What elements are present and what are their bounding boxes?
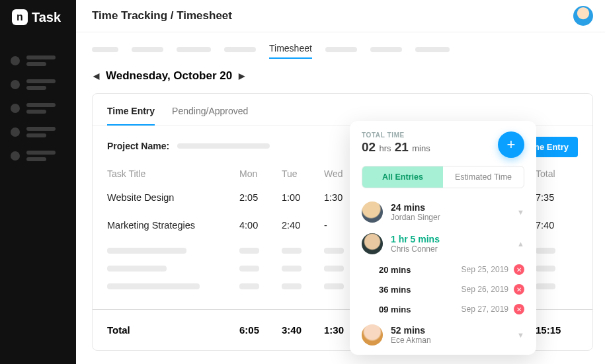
total-time-popover: TOTAL TIME 02 hrs 21 mins + All Entries … — [350, 121, 536, 355]
top-tab[interactable] — [415, 47, 450, 52]
col-total: Total — [536, 168, 578, 179]
total-cell: 3:40 — [282, 324, 324, 336]
top-tab[interactable] — [224, 47, 256, 52]
delete-entry-button[interactable]: ✕ — [514, 304, 524, 314]
delete-entry-button[interactable]: ✕ — [514, 264, 524, 275]
tab-time-entry[interactable]: Time Entry — [107, 100, 155, 126]
col-task-title: Task Title — [107, 168, 239, 179]
cell-total: 7:35 — [536, 192, 578, 203]
sub-entry: 09 mins Sep 27, 2019✕ — [350, 299, 536, 319]
entry-name: Ece Akman — [391, 336, 431, 345]
cell[interactable]: 4:00 — [239, 220, 282, 231]
top-tab[interactable] — [325, 47, 357, 52]
app-logo: n Task — [0, 0, 76, 34]
cell[interactable]: 2:05 — [239, 192, 282, 203]
sub-date: Sep 25, 2019 — [462, 265, 508, 274]
totals-label: Total — [107, 324, 239, 336]
chevron-down-icon[interactable]: ▼ — [517, 208, 524, 216]
top-tab[interactable] — [177, 47, 211, 52]
task-title: Marketing Strategies — [107, 220, 239, 231]
entry-name: Jordan Singer — [391, 213, 440, 222]
top-tab[interactable] — [370, 47, 402, 52]
sub-entry: 20 mins Sep 25, 2019✕ — [350, 260, 536, 279]
total-cell: 6:05 — [239, 324, 282, 336]
sub-date: Sep 26, 2019 — [462, 285, 508, 294]
chevron-up-icon[interactable]: ▲ — [517, 240, 524, 248]
header: Time Tracking / Timesheet — [76, 0, 605, 32]
entry-row[interactable]: 1 hr 5 mins Chris Conner ▲ — [350, 228, 536, 260]
total-grand: 15:15 — [536, 324, 578, 336]
delete-entry-button[interactable]: ✕ — [514, 284, 524, 295]
sub-entry: 36 mins Sep 26, 2019✕ — [350, 279, 536, 299]
entry-row[interactable]: 52 mins Ece Akman ▼ — [350, 319, 536, 351]
avatar-icon — [362, 201, 383, 223]
segment-estimated-time[interactable]: Estimated Time — [443, 166, 524, 188]
project-label: Project Name: — [107, 141, 169, 151]
user-avatar[interactable] — [573, 6, 593, 26]
popover-total-time: 02 hrs 21 mins — [362, 140, 430, 155]
sidebar-item[interactable] — [11, 79, 65, 90]
cell[interactable]: 2:40 — [282, 220, 324, 231]
chevron-left-icon[interactable]: ◀ — [93, 71, 99, 81]
avatar-icon — [362, 324, 383, 346]
top-tab[interactable] — [132, 47, 163, 52]
col-tue: Tue — [282, 168, 324, 179]
segment-control: All Entries Estimated Time — [362, 166, 524, 188]
top-tab-timesheet[interactable]: Timesheet — [269, 43, 312, 59]
chevron-right-icon[interactable]: ▶ — [239, 71, 245, 81]
sidebar-item[interactable] — [11, 127, 65, 137]
sidebar-item[interactable] — [11, 103, 65, 114]
chevron-down-icon[interactable]: ▼ — [517, 331, 524, 339]
tab-pending-approved[interactable]: Pending/Approved — [172, 100, 248, 126]
avatar-icon — [362, 233, 383, 254]
date-navigator: ◀ Wednesday, October 20 ▶ — [93, 69, 593, 83]
current-date: Wednesday, October 20 — [106, 69, 232, 83]
top-tabs: Timesheet — [76, 32, 605, 64]
sub-duration: 09 mins — [379, 305, 411, 314]
task-title: Website Design — [107, 192, 239, 203]
sub-duration: 20 mins — [379, 265, 411, 275]
entry-name: Chris Conner — [391, 244, 440, 254]
brand-text: Task — [32, 10, 61, 25]
entry-duration: 52 mins — [391, 325, 431, 336]
col-mon: Mon — [239, 168, 282, 179]
breadcrumb: Time Tracking / Timesheet — [92, 9, 232, 22]
logo-mark-icon: n — [12, 9, 28, 25]
sub-duration: 36 mins — [379, 285, 411, 295]
popover-title: TOTAL TIME — [362, 131, 430, 139]
entry-row[interactable]: 24 mins Jordan Singer ▼ — [350, 196, 536, 228]
sidebar-item[interactable] — [11, 151, 65, 161]
cell-total: 7:40 — [536, 220, 578, 231]
top-tab[interactable] — [92, 47, 118, 52]
entry-duration: 1 hr 5 mins — [391, 234, 440, 244]
entry-duration: 24 mins — [391, 202, 440, 213]
sidebar-item[interactable] — [11, 55, 65, 66]
cell[interactable]: 1:00 — [282, 192, 324, 203]
segment-all-entries[interactable]: All Entries — [362, 166, 443, 188]
add-entry-button[interactable]: + — [498, 131, 524, 158]
sub-date: Sep 27, 2019 — [462, 305, 508, 314]
plus-icon: + — [507, 136, 516, 153]
sidebar: n Task — [0, 0, 76, 364]
sidebar-nav — [0, 34, 76, 182]
